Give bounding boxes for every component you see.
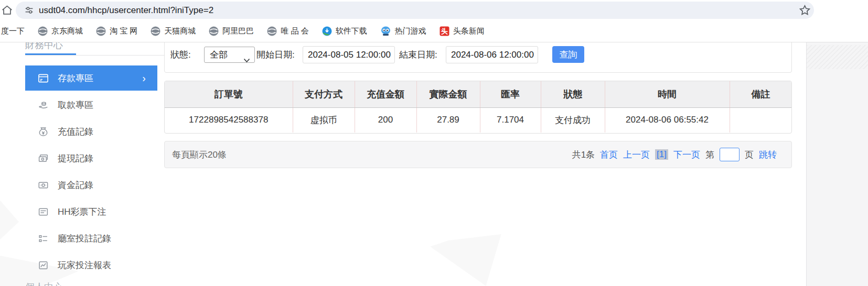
jump-page-input[interactable] bbox=[720, 148, 740, 161]
decorative-triangle bbox=[0, 195, 19, 244]
sidebar-item-label: 資金記錄 bbox=[58, 179, 93, 191]
cell-payment-method: 虚拟币 bbox=[293, 107, 355, 133]
sidebar-item-room-bet-records[interactable]: 廳室投註記錄 bbox=[25, 225, 157, 252]
total-count: 共1条 bbox=[572, 149, 595, 161]
bookmark-item-taobao[interactable]: 淘 宝 网 bbox=[96, 26, 137, 36]
cell-status: 支付成功 bbox=[541, 107, 605, 133]
cell-actual-amount: 27.89 bbox=[416, 107, 480, 133]
site-settings-icon[interactable] bbox=[25, 6, 34, 17]
orders-table: 訂單號 支付方式 充值金額 實際金額 匯率 狀態 時間 備註 172289854… bbox=[164, 81, 792, 134]
bookmark-item-games[interactable]: 热门游戏 bbox=[380, 26, 426, 36]
start-date-label: 開始日期: bbox=[256, 47, 295, 63]
status-label: 狀態: bbox=[170, 47, 191, 63]
globe-favicon-icon bbox=[267, 26, 277, 36]
bookmark-item-jd[interactable]: 京东商城 bbox=[38, 26, 83, 36]
status-select[interactable]: 全部 bbox=[204, 47, 255, 63]
first-page-link[interactable]: 首页 bbox=[600, 149, 618, 161]
sidebar-item-label: 取款專區 bbox=[58, 99, 93, 111]
cell-order-no: 1722898542588378 bbox=[165, 107, 293, 133]
page-content: 財務中心 存款專區 › 取款專區 充值記錄 提現記錄 資金記錄 bbox=[0, 42, 868, 286]
bookmark-item-vip[interactable]: 唯 品 会 bbox=[267, 26, 308, 36]
bookmark-star-icon[interactable] bbox=[799, 5, 810, 18]
col-status: 狀態 bbox=[541, 81, 605, 107]
sidebar-item-withdrawal-records[interactable]: 提現記錄 bbox=[25, 145, 157, 172]
status-select-value: 全部 bbox=[210, 50, 228, 60]
bookmark-label: 天猫商城 bbox=[164, 26, 196, 36]
bookmark-label: 阿里巴巴 bbox=[222, 26, 254, 36]
col-exchange-rate: 匯率 bbox=[480, 81, 541, 107]
current-page-badge: [1] bbox=[655, 149, 668, 160]
sidebar-item-label: HH彩票下注 bbox=[58, 206, 106, 218]
table-row: 1722898542588378 虚拟币 200 27.89 7.1704 支付… bbox=[165, 107, 791, 133]
jump-go-link[interactable]: 跳转 bbox=[759, 149, 777, 161]
banknotes-icon bbox=[38, 153, 49, 164]
bookmark-label: 唯 品 会 bbox=[281, 26, 308, 36]
bookmark-item-tmall[interactable]: 天猫商城 bbox=[151, 26, 196, 36]
table-header-row: 訂單號 支付方式 充值金額 實際金額 匯率 狀態 時間 備註 bbox=[165, 81, 791, 107]
bookmark-label: 软件下载 bbox=[336, 26, 367, 36]
money-bag-icon bbox=[38, 126, 49, 137]
home-icon[interactable] bbox=[1, 4, 13, 18]
tab-divider bbox=[25, 55, 164, 56]
search-button[interactable]: 查詢 bbox=[552, 46, 584, 63]
prev-page-link[interactable]: 上一页 bbox=[623, 149, 650, 161]
page-right-gutter bbox=[806, 42, 868, 286]
cell-exchange-rate: 7.1704 bbox=[480, 107, 541, 133]
end-date-label: 結束日期: bbox=[399, 47, 437, 63]
globe-favicon-icon bbox=[209, 26, 219, 36]
next-page-link[interactable]: 下一页 bbox=[673, 149, 700, 161]
banknote-icon bbox=[38, 180, 49, 191]
jump-page-prefix-label: 第 bbox=[705, 149, 714, 161]
toutiao-favicon-icon: 头 bbox=[440, 26, 449, 36]
chevron-right-icon: › bbox=[142, 73, 146, 83]
game-favicon-icon bbox=[380, 26, 391, 36]
sidebar-section-personal-header: 個人中心 bbox=[25, 281, 63, 286]
list-card-icon bbox=[38, 206, 49, 217]
col-order-no: 訂單號 bbox=[165, 81, 293, 107]
filter-panel: 狀態: 全部 開始日期: 結束日期: 查詢 bbox=[164, 42, 792, 73]
bookmark-label: 热门游戏 bbox=[395, 26, 426, 36]
sidebar-item-player-bet-report[interactable]: 玩家投注報表 bbox=[25, 252, 157, 279]
cell-remark bbox=[730, 107, 791, 133]
col-time: 時間 bbox=[605, 81, 730, 107]
col-actual-amount: 實際金額 bbox=[416, 81, 480, 107]
sidebar-item-funds-records[interactable]: 資金記錄 bbox=[25, 172, 157, 199]
software-download-favicon-icon bbox=[322, 26, 332, 36]
chevron-down-icon bbox=[243, 52, 250, 68]
bookmark-label: 头条新闻 bbox=[453, 26, 485, 36]
bookmark-item-software[interactable]: 软件下载 bbox=[322, 26, 367, 36]
end-date-input[interactable] bbox=[446, 46, 538, 63]
decorative-triangle bbox=[430, 234, 507, 286]
sidebar-item-label: 提現記錄 bbox=[58, 152, 93, 164]
col-remark: 備註 bbox=[730, 81, 791, 107]
bookmark-item-toutiao[interactable]: 头 头条新闻 bbox=[440, 26, 485, 36]
address-toolbar: usdt04.com/hhcp/usercenter.html?iniType=… bbox=[0, 0, 868, 20]
bookmark-item-alibaba[interactable]: 阿里巴巴 bbox=[209, 26, 254, 36]
deposit-icon bbox=[38, 73, 49, 84]
bookmarks-bar: 度一下 京东商城 淘 宝 网 天猫商城 阿里巴巴 唯 品 会 软件下载 热门游 bbox=[0, 20, 868, 42]
start-date-input[interactable] bbox=[303, 46, 395, 63]
globe-favicon-icon bbox=[38, 26, 48, 36]
globe-favicon-icon bbox=[151, 26, 160, 36]
svg-text:头: 头 bbox=[441, 27, 448, 35]
per-page-label: 每頁顯示20條 bbox=[172, 149, 227, 161]
sidebar-section-finance-header: 財務中心 bbox=[25, 42, 63, 51]
withdraw-icon bbox=[38, 100, 49, 111]
bookmark-item-baidu[interactable]: 度一下 bbox=[1, 26, 25, 36]
sidebar-item-label: 廳室投註記錄 bbox=[58, 233, 111, 245]
col-payment-method: 支付方式 bbox=[293, 81, 355, 107]
bookmark-label: 度一下 bbox=[1, 26, 25, 36]
sidebar-item-hh-lottery-bets[interactable]: HH彩票下注 bbox=[25, 199, 157, 225]
background-texture bbox=[807, 45, 868, 69]
bookmark-label: 京东商城 bbox=[51, 26, 83, 36]
sidebar-item-label: 玩家投注報表 bbox=[58, 259, 111, 271]
cell-time: 2024-08-06 06:55:42 bbox=[605, 107, 730, 133]
sidebar-item-label: 存款專區 bbox=[58, 72, 93, 84]
chart-report-icon bbox=[38, 260, 49, 271]
address-bar[interactable]: usdt04.com/hhcp/usercenter.html?iniType=… bbox=[16, 2, 814, 19]
globe-favicon-icon bbox=[96, 26, 106, 36]
sidebar-item-recharge-records[interactable]: 充值記錄 bbox=[25, 118, 157, 145]
sidebar-item-withdraw-zone[interactable]: 取款專區 bbox=[25, 92, 157, 118]
url-text[interactable]: usdt04.com/hhcp/usercenter.html?iniType=… bbox=[39, 2, 213, 19]
sidebar-item-deposit-zone[interactable]: 存款專區 › bbox=[25, 65, 157, 91]
